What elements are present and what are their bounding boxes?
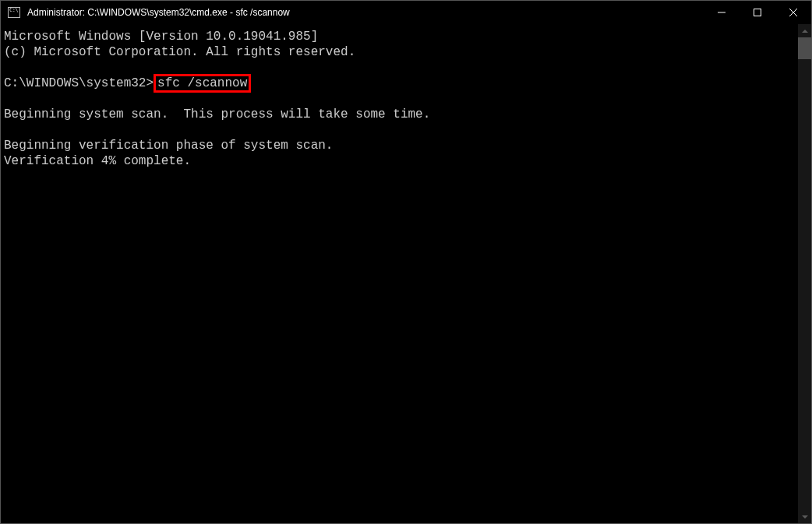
scroll-up-button[interactable] xyxy=(798,24,811,37)
scroll-down-button[interactable] xyxy=(798,510,811,523)
title-bar[interactable]: Administrator: C:\WINDOWS\system32\cmd.e… xyxy=(1,1,811,24)
close-button[interactable] xyxy=(775,1,811,24)
output-line: Verification 4% complete. xyxy=(4,154,191,168)
minimize-button[interactable] xyxy=(704,1,740,24)
scrollbar-thumb[interactable] xyxy=(798,37,811,59)
svg-rect-0 xyxy=(754,9,761,16)
window-title: Administrator: C:\WINDOWS\system32\cmd.e… xyxy=(27,7,296,18)
output-line: Beginning system scan. This process will… xyxy=(4,107,430,121)
maximize-icon xyxy=(754,9,761,16)
output-line: Microsoft Windows [Version 10.0.19041.98… xyxy=(4,30,318,44)
system-menu-icon[interactable] xyxy=(1,7,27,18)
chevron-up-icon xyxy=(802,30,808,33)
highlighted-command: sfc /scannow xyxy=(154,74,251,93)
cmd-window: Administrator: C:\WINDOWS\system32\cmd.e… xyxy=(0,0,812,524)
console-output: Microsoft Windows [Version 10.0.19041.98… xyxy=(1,24,798,169)
maximize-button[interactable] xyxy=(740,1,775,24)
output-line: Beginning verification phase of system s… xyxy=(4,139,333,153)
minimize-icon xyxy=(718,9,726,16)
vertical-scrollbar[interactable] xyxy=(798,24,811,523)
chevron-down-icon xyxy=(802,515,808,519)
scrollbar-track[interactable] xyxy=(798,37,811,510)
close-icon xyxy=(789,9,797,16)
output-line: (c) Microsoft Corporation. All rights re… xyxy=(4,45,355,59)
console-area[interactable]: Microsoft Windows [Version 10.0.19041.98… xyxy=(1,24,798,523)
prompt-text: C:\WINDOWS\system32> xyxy=(4,76,154,90)
cmd-icon xyxy=(8,7,20,18)
